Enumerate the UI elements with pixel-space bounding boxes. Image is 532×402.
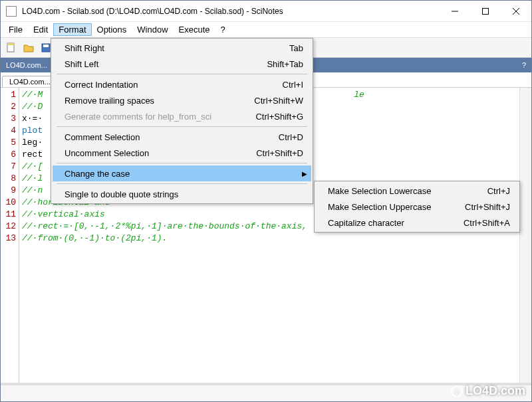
menu-item-label: Shift Right (65, 43, 273, 53)
line-number: 6 (1, 149, 16, 161)
minimize-button[interactable] (440, 1, 470, 22)
open-file-icon[interactable] (22, 41, 35, 54)
window-title: LO4D.com - Scilab.sod (D:\LO4D.com\LO4D.… (22, 7, 283, 16)
line-number: 8 (1, 173, 16, 185)
line-number: 12 (1, 221, 16, 233)
close-button[interactable] (501, 1, 531, 22)
format-dropdown: Shift RightTabShift LeftShift+TabCorrect… (51, 38, 313, 204)
line-number-gutter: 12345678910111213 (1, 88, 19, 383)
menu-item-label: Correct Indentation (65, 80, 267, 90)
line-number: 5 (1, 137, 16, 149)
menu-separator (57, 126, 307, 127)
line-number: 13 (1, 233, 16, 245)
menu-item-label: Make Selection Lowercase (328, 186, 471, 196)
menu-options[interactable]: Options (92, 23, 132, 36)
menu-item-shortcut: Shift+Tab (267, 59, 303, 69)
maximize-button[interactable] (470, 1, 501, 22)
line-number: 1 (1, 89, 16, 101)
menu-item-comment-selection[interactable]: Comment SelectionCtrl+D (53, 129, 311, 145)
line-number: 3 (1, 113, 16, 125)
titlebar: LO4D.com - Scilab.sod (D:\LO4D.com\LO4D.… (1, 1, 531, 22)
file-tab[interactable]: LO4D.com... (2, 76, 58, 87)
line-number: 11 (1, 209, 16, 221)
change-case-submenu: Make Selection LowercaseCtrl+JMake Selec… (314, 181, 520, 233)
menu-item-shortcut: Ctrl+D (279, 132, 303, 142)
menu-item-correct-indentation[interactable]: Correct IndentationCtrl+I (53, 76, 311, 92)
panel-title: LO4D.com... (6, 61, 47, 69)
app-icon (6, 6, 17, 17)
menu-item-label: Remove trailing spaces (65, 96, 238, 106)
menu-format[interactable]: Format (53, 23, 91, 36)
watermark-text: LO4D.com (466, 384, 525, 398)
menu-edit[interactable]: Edit (28, 23, 53, 36)
menu-item-label: Comment Selection (65, 132, 263, 142)
menu-separator (57, 74, 307, 74)
menu-separator (57, 163, 307, 163)
line-number: 9 (1, 185, 16, 197)
menu-window[interactable]: Window (132, 23, 173, 36)
menu-item-shortcut: Ctrl+J (487, 186, 510, 196)
menu-item-shortcut: Ctrl+Shift+J (465, 202, 510, 212)
menu-item-label: Uncomment Selection (65, 148, 240, 158)
menubar: File Edit Format Options Window Execute … (1, 22, 531, 38)
new-file-icon[interactable] (5, 41, 18, 54)
submenu-item-capitalize-character[interactable]: Capitalize characterCtrl+Shift+A (316, 215, 518, 231)
svg-rect-5 (7, 43, 14, 45)
menu-item-shortcut: Tab (289, 43, 303, 53)
menu-item-label: Single to double quote strings (65, 189, 303, 199)
menu-item-shortcut: Ctrl+Shift+D (256, 148, 303, 158)
menu-item-shortcut: Ctrl+Shift+A (464, 218, 510, 228)
submenu-item-make-selection-uppercase[interactable]: Make Selection UppercaseCtrl+Shift+J (316, 199, 518, 215)
menu-item-remove-trailing-spaces[interactable]: Remove trailing spacesCtrl+Shift+W (53, 92, 311, 108)
menu-item-change-the-case[interactable]: Change the case▶ (53, 165, 311, 181)
menu-item-shortcut: Ctrl+Shift+W (254, 96, 303, 106)
watermark: ↓ LO4D.com (451, 384, 525, 398)
menu-item-generate-comments-for-help-from-sci: Generate comments for help_from_sciCtrl+… (53, 108, 311, 124)
menu-file[interactable]: File (3, 23, 28, 36)
submenu-arrow-icon: ▶ (302, 170, 307, 177)
code-line[interactable]: //·from·(0,·-1)·to·(2pi,·1). (22, 233, 517, 245)
menu-item-shift-left[interactable]: Shift LeftShift+Tab (53, 56, 311, 72)
line-number: 7 (1, 161, 16, 173)
svg-rect-1 (483, 8, 489, 14)
menu-item-shortcut: Ctrl+Shift+G (255, 112, 303, 122)
line-number: 2 (1, 101, 16, 113)
submenu-item-make-selection-lowercase[interactable]: Make Selection LowercaseCtrl+J (316, 183, 518, 199)
menu-item-label: Make Selection Uppercase (328, 202, 449, 212)
menu-help[interactable]: ? (215, 23, 231, 36)
menu-item-uncomment-selection[interactable]: Uncomment SelectionCtrl+Shift+D (53, 145, 311, 161)
line-number: 4 (1, 125, 16, 137)
panel-help-icon[interactable]: ? (522, 61, 526, 69)
watermark-icon: ↓ (451, 385, 463, 397)
menu-separator (57, 183, 307, 184)
overview-ruler (519, 88, 531, 383)
menu-item-label: Capitalize character (328, 218, 448, 228)
line-number: 10 (1, 197, 16, 209)
menu-item-shortcut: Ctrl+I (283, 80, 303, 90)
menu-item-single-to-double-quote-strings[interactable]: Single to double quote strings (53, 186, 311, 202)
menu-item-label: Generate comments for help_from_sci (65, 112, 239, 122)
menu-execute[interactable]: Execute (174, 23, 215, 36)
menu-item-shift-right[interactable]: Shift RightTab (53, 40, 311, 56)
svg-rect-7 (43, 45, 49, 47)
menu-item-label: Change the case (65, 169, 303, 179)
menu-item-label: Shift Left (65, 59, 251, 69)
